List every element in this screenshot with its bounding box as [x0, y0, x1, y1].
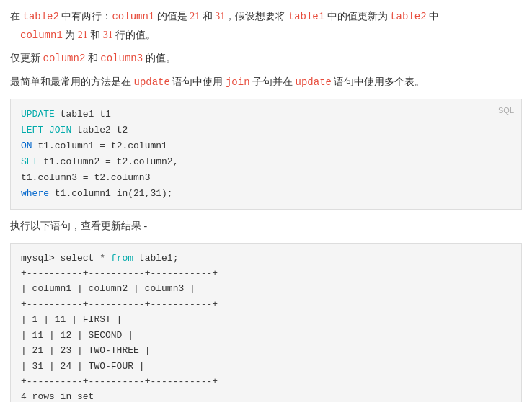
intro-table1: table1 — [288, 11, 324, 22]
intro-line4-mid1: 语句中使用 — [170, 76, 226, 87]
sql-label: SQL — [498, 104, 514, 117]
intro-line4-mid3: 语句中使用多个表。 — [332, 76, 425, 87]
intro-line1-mid3: 和 — [200, 11, 215, 22]
sql-line6: where t1.column1 in(21,31); — [21, 186, 511, 202]
intro-val4: 31 — [103, 30, 113, 40]
sql-line4: SET t1.column2 = t2.column2, — [21, 154, 511, 170]
intro-col2: column2 — [43, 53, 86, 64]
execute-text: 执行以下语句，查看更新结果 - — [10, 217, 522, 235]
sql-line3: ON t1.column1 = t2.column1 — [21, 138, 511, 154]
mysql-block: mysql> select * from table1; +----------… — [10, 243, 522, 403]
intro-line1-mid6: 中 — [427, 11, 440, 22]
mysql-sep1: +----------+----------+-----------+ — [21, 266, 511, 281]
mysql-sep2: +----------+----------+-----------+ — [21, 297, 511, 312]
intro-line4: 最简单和最常用的方法是在 update 语句中使用 join 子句并在 upda… — [10, 73, 522, 91]
mysql-header: | column1 | column2 | column3 | — [21, 281, 511, 296]
intro-line2-mid2: 和 — [88, 30, 103, 40]
intro-line2-indent — [10, 30, 20, 40]
intro-val2: 31 — [215, 11, 225, 22]
intro-line1-mid1: 中有两行： — [59, 11, 112, 22]
intro-col1b: column1 — [20, 30, 63, 41]
mysql-sep3: +----------+----------+-----------+ — [21, 374, 511, 389]
intro-line1-mid2: 的值是 — [154, 11, 190, 22]
sql-line5: t1.column3 = t2.column3 — [21, 170, 511, 186]
intro-line1-mid4: ，假设想要将 — [225, 11, 288, 22]
sql-line1: UPDATE table1 t1 — [21, 107, 511, 122]
intro-kw-update2: update — [296, 76, 332, 88]
intro-col3: column3 — [100, 53, 143, 64]
intro-line4-pre: 最简单和最常用的方法是在 — [10, 76, 134, 87]
intro-kw-update1: update — [134, 76, 170, 88]
page-content: 在 table2 中有两行：column1 的值是 21 和 31，假设想要将 … — [10, 7, 522, 402]
mysql-row4: | 31 | 24 | TWO-FOUR | — [21, 359, 511, 374]
intro-val3: 21 — [78, 30, 88, 40]
sql-line2: LEFT JOIN table2 t2 — [21, 122, 511, 138]
mysql-row1: | 1 | 11 | FIRST | — [21, 312, 511, 327]
mysql-row2: | 11 | 12 | SECOND | — [21, 328, 511, 343]
sql-code-block: SQL UPDATE table1 t1 LEFT JOIN table2 t2… — [10, 99, 522, 210]
mysql-rowcount: 4 rows in set — [21, 389, 511, 402]
mysql-prompt: mysql> select * from table1; — [21, 251, 511, 266]
intro-line2-end: 行的值。 — [113, 30, 156, 40]
intro-line3-mid: 和 — [85, 53, 100, 63]
intro-line3: 仅更新 column2 和 column3 的值。 — [10, 49, 522, 68]
mysql-row3: | 21 | 23 | TWO-THREE | — [21, 343, 511, 358]
intro-line1-mid5: 中的值更新为 — [324, 11, 390, 22]
intro-val1: 21 — [190, 11, 200, 22]
intro-col1: column1 — [112, 11, 154, 22]
intro-line2-mid1: 为 — [63, 30, 78, 40]
intro-line4-mid2: 子句并在 — [250, 76, 296, 87]
intro-table2: table2 — [23, 11, 59, 22]
intro-line1: 在 table2 中有两行：column1 的值是 21 和 31，假设想要将 … — [10, 7, 522, 45]
intro-line3-end: 的值。 — [143, 53, 176, 63]
intro-table3: table2 — [390, 11, 426, 22]
intro-line3-pre: 仅更新 — [10, 53, 43, 63]
intro-kw-join: join — [226, 76, 250, 88]
intro-line1-pre: 在 — [10, 11, 23, 22]
